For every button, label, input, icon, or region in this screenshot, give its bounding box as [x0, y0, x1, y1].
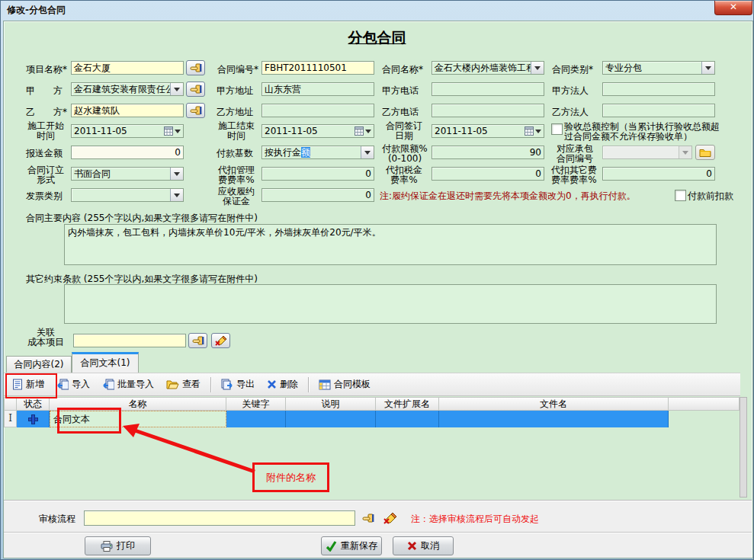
selected-text: 额: [301, 147, 310, 158]
row-name-cell[interactable]: 合同文本: [50, 411, 226, 427]
row-filename-cell[interactable]: [439, 411, 669, 427]
grid-scrollbar[interactable]: [740, 397, 747, 498]
other-terms-textarea[interactable]: [64, 284, 717, 324]
hand-pointer-icon: [190, 105, 202, 116]
project-name-field[interactable]: 金石大厦: [71, 61, 184, 75]
start-time-date[interactable]: 2011-11-05: [71, 124, 184, 138]
end-time-date[interactable]: 2011-11-05: [261, 124, 374, 138]
delete-button[interactable]: 删除: [261, 376, 303, 393]
chevron-down-icon[interactable]: [175, 130, 181, 136]
row-indicator: I: [4, 411, 17, 427]
calendar-icon[interactable]: [164, 126, 173, 136]
main-content-label: 合同主要内容 (255个字以内,如果文字很多请写在附件中): [26, 213, 258, 223]
other-fee-rate-field[interactable]: 0: [602, 167, 715, 181]
report-amount-field[interactable]: 0: [71, 146, 184, 159]
chevron-down-icon[interactable]: [170, 83, 183, 95]
payment-base-label: 付款基数: [217, 149, 253, 158]
grid-header-keyword[interactable]: 关键字: [226, 397, 286, 411]
related-cost-clear-button[interactable]: [211, 333, 230, 348]
form-title: 分包合同: [1, 28, 753, 48]
acceptance-control-checkbox[interactable]: [551, 123, 563, 135]
review-lookup-button[interactable]: [360, 510, 377, 526]
party-a-address-field[interactable]: 山东东营: [261, 82, 374, 96]
row-keyword-cell[interactable]: [226, 411, 286, 427]
mgmt-fee-rate-field[interactable]: 0: [261, 167, 374, 181]
chevron-down-icon[interactable]: [365, 130, 371, 136]
cancel-button[interactable]: 取消: [393, 536, 454, 555]
payment-limit-field[interactable]: 90: [432, 146, 544, 159]
review-flow-field[interactable]: [84, 510, 355, 526]
party-b-address-field[interactable]: [261, 104, 374, 117]
grid-header-empty: [669, 397, 740, 411]
contract-no-field[interactable]: FBHT2011110501: [261, 61, 374, 75]
related-cost-field[interactable]: [73, 334, 186, 347]
table-template-icon: [319, 379, 331, 390]
tax-rate-field[interactable]: 0: [432, 167, 544, 181]
title-bar[interactable]: 修改-分包合同 ✕: [1, 1, 753, 21]
party-b-lookup-button[interactable]: [186, 103, 205, 118]
new-button[interactable]: 新增: [7, 376, 50, 393]
grid-header-name[interactable]: 名称: [50, 397, 226, 411]
hand-pointer-icon: [190, 84, 202, 94]
party-b-phone-field[interactable]: [432, 104, 544, 117]
establish-form-combo[interactable]: 书面合同: [71, 167, 184, 181]
party-a-lookup-button[interactable]: [186, 82, 205, 97]
export-icon: [221, 379, 233, 390]
project-lookup-button[interactable]: [186, 60, 205, 75]
pre-pay-deduct-checkbox[interactable]: [675, 190, 686, 201]
hand-pointer-icon: [190, 62, 202, 73]
payment-base-combo[interactable]: 按执行金额: [261, 146, 374, 159]
grid-header-filename[interactable]: 文件名: [439, 397, 669, 411]
print-button[interactable]: 打印: [85, 536, 151, 555]
payment-limit-label: 付款限额% (0-100): [380, 144, 429, 164]
grid-header-description[interactable]: 说明: [286, 397, 376, 411]
save-button[interactable]: 重新保存: [321, 536, 382, 555]
chevron-down-icon[interactable]: [535, 130, 541, 136]
import-button[interactable]: 导入: [51, 376, 95, 393]
toolbar-separator: [308, 377, 309, 392]
calendar-icon[interactable]: [525, 126, 534, 136]
party-b-legal-field[interactable]: [602, 104, 715, 117]
calendar-icon[interactable]: [355, 126, 364, 136]
view-button[interactable]: 查看: [161, 376, 206, 393]
party-b-label: 乙 方*: [26, 107, 67, 117]
party-b-field[interactable]: 赵水建筑队: [71, 104, 184, 117]
corresponding-contract-combo[interactable]: [602, 146, 692, 159]
review-clear-button[interactable]: [382, 510, 399, 526]
review-flow-label: 审核流程: [39, 514, 75, 524]
row-extension-cell[interactable]: [376, 411, 439, 427]
deposit-field[interactable]: 0: [261, 188, 374, 202]
contract-name-combo[interactable]: 金石大楼内外墙装饰工程: [432, 61, 544, 75]
row-status-cell[interactable]: [17, 411, 50, 427]
pencil-delete-icon: [383, 512, 397, 524]
chevron-down-icon[interactable]: [361, 146, 374, 158]
invoice-type-combo[interactable]: [71, 188, 184, 202]
contract-type-combo[interactable]: 专业分包: [602, 61, 715, 75]
main-content-textarea[interactable]: 内外墙抹灰，包工包料，内墙抹灰单价10元/平米，外墙抹灰单价20元/平米。: [64, 224, 717, 265]
tab-contract-text[interactable]: 合同文本(1): [72, 352, 139, 373]
batch-import-button[interactable]: 批量导入: [97, 376, 159, 393]
related-cost-lookup-button[interactable]: [188, 333, 207, 348]
sign-date-date[interactable]: 2011-11-05: [432, 124, 544, 138]
party-a-phone-field[interactable]: [432, 82, 544, 96]
close-button[interactable]: ✕: [714, 1, 752, 15]
tab-contract-content[interactable]: 合同内容(2): [6, 356, 72, 373]
template-button[interactable]: 合同模板: [313, 376, 376, 393]
chevron-down-icon[interactable]: [170, 189, 183, 201]
chevron-down-icon[interactable]: [701, 62, 714, 74]
party-a-legal-field[interactable]: [602, 82, 715, 96]
party-b-phone-label: 乙方电话: [382, 107, 419, 117]
chevron-down-icon[interactable]: [170, 168, 183, 180]
export-button[interactable]: 导出: [216, 376, 260, 393]
grid-header-status[interactable]: 状态: [17, 397, 50, 411]
row-description-cell[interactable]: [286, 411, 376, 427]
party-b-address-label: 乙方地址: [217, 107, 253, 117]
chevron-down-icon[interactable]: [531, 62, 544, 74]
grid-header-indicator: [4, 397, 17, 411]
window-title: 修改-分包合同: [7, 4, 66, 17]
grid-header-extension[interactable]: 文件扩展名: [376, 397, 439, 411]
folder-icon: [699, 148, 711, 157]
party-a-combo[interactable]: 金石建筑安装有限责任公司: [71, 82, 184, 96]
browse-contract-button[interactable]: [695, 145, 715, 160]
contract-no-label: 合同编号*: [217, 65, 258, 75]
